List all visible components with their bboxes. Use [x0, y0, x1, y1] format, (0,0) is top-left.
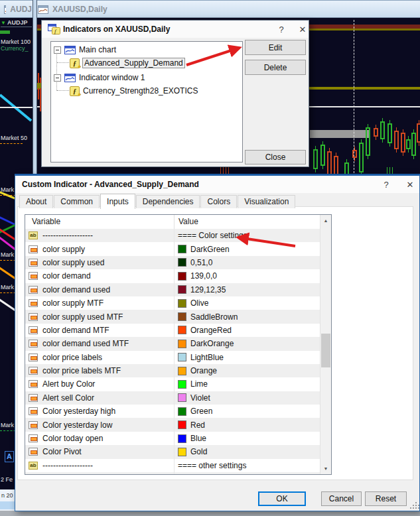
value-cell[interactable]: Green — [175, 405, 320, 418]
table-row[interactable]: ------------------- ==== Color settings — [25, 229, 320, 242]
tree-item-currency-strength[interactable]: ƒ Currency_Strength28_EXOTICS — [70, 85, 198, 97]
color-swatch — [178, 367, 186, 375]
main-window-title-text: XAUUSD,Daily — [52, 5, 107, 14]
color-swatch — [178, 380, 186, 389]
variable-cell: Color yesterday low — [25, 418, 175, 431]
color-swatch — [178, 420, 186, 429]
tab-about[interactable]: About — [19, 195, 53, 208]
table-row[interactable]: color supply used 0,51,0 — [25, 256, 320, 269]
table-row[interactable]: color demand 139,0,0 — [25, 269, 320, 283]
table-row[interactable]: color supply DarkGreen — [25, 242, 320, 255]
value-cell[interactable]: DarkOrange — [175, 337, 320, 350]
custom-dialog-titlebar[interactable]: Custom Indicator - Advanced_Supply_Deman… — [15, 176, 419, 193]
indicator-f-icon: ƒ — [70, 86, 80, 96]
value-cell[interactable]: Lime — [175, 377, 320, 391]
value-text: LightBlue — [190, 353, 224, 362]
close-icon[interactable]: ✕ — [295, 24, 310, 36]
variable-cell: color supply — [25, 242, 175, 255]
value-cell[interactable]: Red — [175, 418, 320, 431]
tab-common[interactable]: Common — [54, 195, 100, 208]
tab-inputs[interactable]: Inputs — [100, 194, 135, 209]
value-text: Red — [190, 420, 205, 430]
value-cell[interactable]: false — [175, 472, 320, 474]
scroll-down-icon[interactable]: ▼ — [320, 463, 331, 474]
left-window-title[interactable]: AUDJ — [4, 1, 32, 18]
resize-grip[interactable] — [410, 502, 418, 510]
indicators-dialog-titlebar[interactable]: f Indicators on XAUUSD,Daily ? ✕ — [42, 21, 309, 38]
table-row[interactable]: color demand MTF OrangeRed — [25, 324, 320, 337]
table-row[interactable]: Color Pivot Gold — [25, 445, 320, 458]
value-cell[interactable]: Blue — [175, 432, 320, 445]
table-row[interactable]: color price labels LightBlue — [25, 351, 320, 364]
table-row[interactable]: Alert buy Color Lime — [25, 377, 320, 391]
table-row[interactable]: color price labels MTF Orange — [25, 364, 320, 377]
tree-item-advanced-supply-demand[interactable]: ƒ Advanced_Supply_Demand — [70, 57, 184, 69]
close-icon[interactable]: ✕ — [403, 179, 417, 191]
text-tool-badge: A — [5, 451, 14, 462]
value-cell[interactable]: OrangeRed — [175, 324, 320, 337]
help-button[interactable]: ? — [379, 179, 393, 191]
value-cell[interactable]: Gold — [175, 445, 320, 458]
table-row[interactable]: color supply MTF Olive — [25, 296, 320, 310]
table-row[interactable]: Color yesterday high Green — [25, 405, 320, 418]
tab-dependencies[interactable]: Dependencies — [136, 195, 200, 208]
tab-colors[interactable]: Colors — [200, 195, 237, 208]
value-cell[interactable]: DarkGreen — [175, 242, 320, 255]
pane-separator[interactable] — [0, 107, 33, 108]
reset-button[interactable]: Reset — [365, 491, 407, 506]
value-cell[interactable]: ==== Color settings — [175, 229, 320, 242]
table-row[interactable]: write Globalvariable (first pane) false — [25, 472, 320, 474]
tab-visualization[interactable]: Visualization — [238, 195, 295, 208]
tree-group-indicator-window-1[interactable]: Indicator window 1 — [54, 72, 145, 84]
param-type-icon — [29, 421, 38, 429]
tree-item-label: Advanced_Supply_Demand — [83, 58, 184, 68]
table-row[interactable]: Alert sell Color Violet — [25, 391, 320, 405]
value-cell[interactable]: 129,12,35 — [175, 283, 320, 296]
value-cell[interactable]: LightBlue — [175, 351, 320, 364]
delete-button[interactable]: Delete — [245, 60, 306, 75]
variable-name: color demand — [42, 271, 91, 281]
value-text: Orange — [190, 366, 217, 375]
indicators-dialog-title: Indicators on XAUUSD,Daily — [63, 25, 170, 34]
variable-name: Color Pivot — [42, 447, 82, 456]
close-button[interactable]: Close — [245, 150, 306, 164]
param-type-icon — [29, 340, 38, 348]
value-text: DarkGreen — [190, 245, 230, 254]
collapse-icon[interactable] — [54, 46, 61, 54]
help-button[interactable]: ? — [274, 24, 289, 36]
cancel-button[interactable]: Cancel — [321, 491, 362, 506]
value-text: ==== other settings — [178, 461, 246, 470]
market-50-label: Market 50 — [1, 135, 27, 141]
variable-name: Alert sell Color — [42, 393, 94, 403]
gray-zone-band — [310, 130, 370, 138]
color-swatch — [178, 285, 186, 294]
variable-cell: color supply MTF — [25, 296, 175, 310]
table-row[interactable]: color demand used 129,12,35 — [25, 283, 320, 296]
table-row[interactable]: Color yesterday low Red — [25, 418, 320, 431]
table-row[interactable]: ------------------- ==== other settings — [25, 459, 320, 472]
table-row[interactable]: color supply used MTF SaddleBrown — [25, 310, 320, 323]
scroll-up-icon[interactable]: ▲ — [320, 215, 331, 226]
value-cell[interactable]: 0,51,0 — [175, 256, 320, 269]
table-row[interactable]: color demand used MTF DarkOrange — [25, 337, 320, 350]
color-swatch — [178, 299, 186, 308]
param-type-icon — [29, 380, 38, 388]
ok-button[interactable]: OK — [258, 491, 306, 506]
value-cell[interactable]: SaddleBrown — [175, 310, 320, 323]
value-cell[interactable]: 139,0,0 — [175, 269, 320, 283]
value-cell[interactable]: Orange — [175, 364, 320, 377]
tree-group-main-chart[interactable]: Main chart — [54, 44, 116, 56]
candle — [313, 149, 318, 169]
edit-button[interactable]: Edit — [245, 40, 306, 55]
param-type-icon — [29, 394, 38, 402]
scrollbar-thumb[interactable] — [321, 334, 330, 367]
value-cell[interactable]: Olive — [175, 296, 320, 310]
collapse-icon[interactable] — [54, 74, 61, 82]
param-type-icon — [29, 286, 38, 294]
value-cell[interactable]: ==== other settings — [175, 459, 320, 472]
table-scrollbar[interactable]: ▲ ▼ — [320, 215, 331, 474]
value-cell[interactable]: Violet — [175, 391, 320, 405]
main-window-title[interactable]: XAUUSD,Daily — [38, 1, 303, 18]
table-row[interactable]: Color today open Blue — [25, 432, 320, 445]
color-swatch — [178, 312, 186, 321]
